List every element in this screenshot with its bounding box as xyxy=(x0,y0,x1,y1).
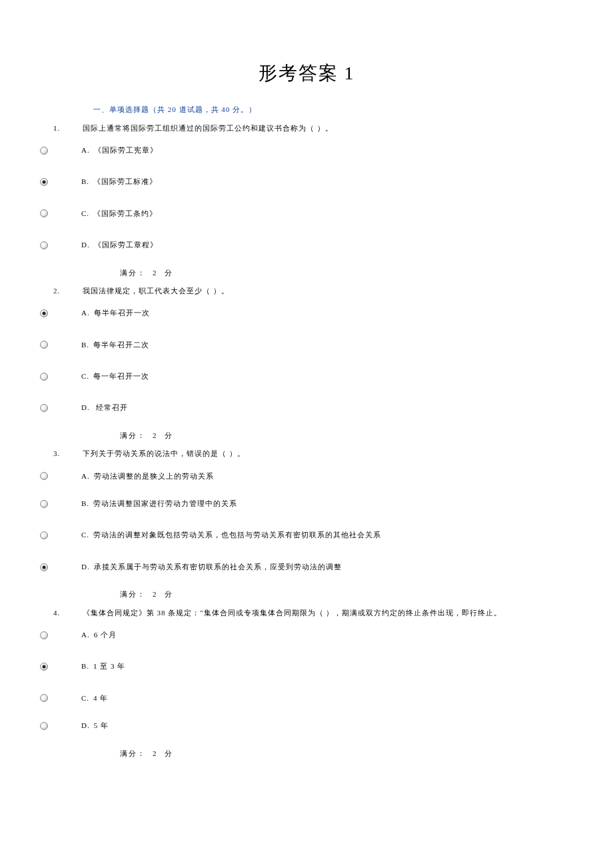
radio-icon[interactable] xyxy=(40,563,48,571)
q3-option-b: B.劳动法调整国家进行劳动力管理中的关系 xyxy=(81,499,237,509)
radio-icon[interactable] xyxy=(40,531,48,539)
q3-option-c-row[interactable]: C.劳动法的调整对象既包括劳动关系，也包括与劳动关系有密切联系的其他社会关系 xyxy=(33,530,580,540)
q4-option-b-row[interactable]: B.1 至 3 年 xyxy=(33,661,580,671)
q4-option-a: A.6 个月 xyxy=(81,630,117,640)
q2-option-c: C.每一年召开一次 xyxy=(81,371,149,381)
radio-icon[interactable] xyxy=(40,500,48,508)
q4-option-c: C.4 年 xyxy=(81,693,108,703)
radio-icon[interactable] xyxy=(40,631,48,639)
question-number: 1. xyxy=(53,123,80,133)
q1-option-a: A.《国际劳工宪章》 xyxy=(81,145,158,155)
question-body: 《集体合同规定》第 38 条规定："集体合同或专项集体合同期限为（ ），期满或双… xyxy=(83,609,502,617)
q4-marks: 满分：2分 xyxy=(120,749,580,759)
q4-option-d: D.5 年 xyxy=(81,721,109,731)
question-3-text: 3. 下列关于劳动关系的说法中，错误的是（ ）。 xyxy=(53,449,580,459)
q1-option-a-row[interactable]: A.《国际劳工宪章》 xyxy=(33,145,580,155)
question-3: 3. 下列关于劳动关系的说法中，错误的是（ ）。 A.劳动法调整的是狭义上的劳动… xyxy=(33,449,580,599)
q2-marks: 满分：2分 xyxy=(120,431,580,441)
radio-icon[interactable] xyxy=(40,309,48,317)
question-number: 2. xyxy=(53,286,80,296)
question-body: 我国法律规定，职工代表大会至少（ ）。 xyxy=(83,287,229,295)
q1-option-c-row[interactable]: C.《国际劳工条约》 xyxy=(33,209,580,219)
q2-option-c-row[interactable]: C.每一年召开一次 xyxy=(33,371,580,381)
q3-marks: 满分：2分 xyxy=(120,589,580,599)
q2-option-a-row[interactable]: A.每半年召开一次 xyxy=(33,308,580,318)
q2-option-a: A.每半年召开一次 xyxy=(81,308,150,318)
question-number: 3. xyxy=(53,449,80,459)
q1-marks: 满分：2分 xyxy=(120,268,580,278)
section-header: 一、单项选择题（共 20 道试题，共 40 分。） xyxy=(93,105,580,115)
q1-option-c: C.《国际劳工条约》 xyxy=(81,209,157,219)
question-1-text: 1. 国际上通常将国际劳工组织通过的国际劳工公约和建议书合称为（ ）。 xyxy=(53,123,580,133)
q1-option-b-row[interactable]: B.《国际劳工标准》 xyxy=(33,177,580,187)
radio-icon[interactable] xyxy=(40,472,48,480)
q4-option-b: B.1 至 3 年 xyxy=(81,661,125,671)
q1-option-d: D.《国际劳工章程》 xyxy=(81,240,158,250)
question-4-text: 4. 《集体合同规定》第 38 条规定："集体合同或专项集体合同期限为（ ），期… xyxy=(53,608,580,618)
q2-option-b-row[interactable]: B.每半年召开二次 xyxy=(33,340,580,350)
question-2-text: 2. 我国法律规定，职工代表大会至少（ ）。 xyxy=(53,286,580,296)
q3-option-a-row[interactable]: A.劳动法调整的是狭义上的劳动关系 xyxy=(33,471,580,481)
q1-option-d-row[interactable]: D.《国际劳工章程》 xyxy=(33,240,580,250)
page-title: 形考答案 1 xyxy=(33,60,580,86)
radio-icon[interactable] xyxy=(40,373,48,381)
q2-option-d: D. 经常召开 xyxy=(81,403,128,413)
q2-option-d-row[interactable]: D. 经常召开 xyxy=(33,403,580,413)
question-body: 下列关于劳动关系的说法中，错误的是（ ）。 xyxy=(83,449,245,457)
radio-icon[interactable] xyxy=(40,241,48,249)
question-1: 1. 国际上通常将国际劳工组织通过的国际劳工公约和建议书合称为（ ）。 A.《国… xyxy=(33,123,580,278)
q3-option-d-row[interactable]: D.承揽关系属于与劳动关系有密切联系的社会关系，应受到劳动法的调整 xyxy=(33,562,580,572)
q3-option-c: C.劳动法的调整对象既包括劳动关系，也包括与劳动关系有密切联系的其他社会关系 xyxy=(81,530,381,540)
q1-option-b: B.《国际劳工标准》 xyxy=(81,177,157,187)
q3-option-b-row[interactable]: B.劳动法调整国家进行劳动力管理中的关系 xyxy=(33,499,580,509)
q3-option-d: D.承揽关系属于与劳动关系有密切联系的社会关系，应受到劳动法的调整 xyxy=(81,562,342,572)
question-4: 4. 《集体合同规定》第 38 条规定："集体合同或专项集体合同期限为（ ），期… xyxy=(33,608,580,759)
question-body: 国际上通常将国际劳工组织通过的国际劳工公约和建议书合称为（ ）。 xyxy=(83,124,333,132)
q3-option-a: A.劳动法调整的是狭义上的劳动关系 xyxy=(81,471,214,481)
radio-icon[interactable] xyxy=(40,209,48,217)
q4-option-c-row[interactable]: C.4 年 xyxy=(33,693,580,703)
radio-icon[interactable] xyxy=(40,147,48,155)
radio-icon[interactable] xyxy=(40,722,48,730)
radio-icon[interactable] xyxy=(40,341,48,349)
radio-icon[interactable] xyxy=(40,663,48,671)
radio-icon[interactable] xyxy=(40,694,48,702)
q4-option-a-row[interactable]: A.6 个月 xyxy=(33,630,580,640)
question-number: 4. xyxy=(53,608,80,618)
q2-option-b: B.每半年召开二次 xyxy=(81,340,149,350)
question-2: 2. 我国法律规定，职工代表大会至少（ ）。 A.每半年召开一次 B.每半年召开… xyxy=(33,286,580,441)
q4-option-d-row[interactable]: D.5 年 xyxy=(33,721,580,731)
radio-icon[interactable] xyxy=(40,178,48,186)
radio-icon[interactable] xyxy=(40,404,48,412)
